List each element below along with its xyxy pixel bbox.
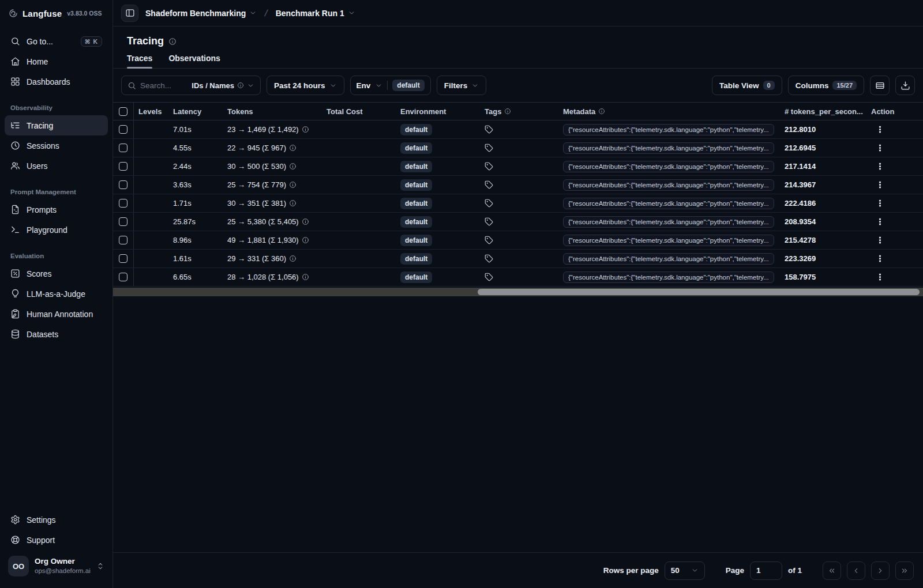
env-filter[interactable]: Env default bbox=[350, 76, 431, 95]
tag-icon[interactable] bbox=[485, 273, 493, 281]
tag-icon[interactable] bbox=[485, 236, 493, 244]
metadata-pill[interactable]: {"resourceAttributes":{"telemetry.sdk.la… bbox=[563, 124, 774, 135]
row-actions-button[interactable] bbox=[876, 217, 884, 226]
info-icon[interactable] bbox=[289, 181, 297, 189]
row-checkbox[interactable] bbox=[119, 273, 127, 281]
scrollbar-thumb[interactable] bbox=[478, 289, 920, 295]
row-checkbox[interactable] bbox=[119, 144, 127, 152]
table-view-button[interactable]: Table View 0 bbox=[712, 76, 782, 95]
user-menu[interactable]: OO Org Owner ops@shadeform.ai bbox=[5, 550, 108, 583]
sidebar-item-tracing[interactable]: Tracing bbox=[5, 115, 108, 135]
table-row[interactable]: 1.71s 30 → 351 (Σ 381) default bbox=[113, 194, 923, 213]
row-checkbox[interactable] bbox=[119, 199, 127, 208]
filters-button[interactable]: Filters bbox=[437, 76, 487, 95]
tag-icon[interactable] bbox=[485, 180, 493, 189]
sidebar-item-goto[interactable]: Go to... ⌘ K bbox=[5, 31, 108, 51]
prev-page-button[interactable] bbox=[847, 561, 865, 580]
rows-per-page-select[interactable]: 50 bbox=[665, 561, 705, 580]
table-row[interactable]: 6.65s 28 → 1,028 (Σ 1,056) default bbox=[113, 268, 923, 287]
table-row[interactable]: 8.96s 49 → 1,881 (Σ 1,930) default bbox=[113, 231, 923, 250]
info-icon[interactable] bbox=[289, 199, 297, 207]
metadata-pill[interactable]: {"resourceAttributes":{"telemetry.sdk.la… bbox=[563, 272, 774, 283]
sidebar-item-human-annotation[interactable]: Human Annotation bbox=[5, 304, 108, 324]
info-icon[interactable] bbox=[289, 163, 297, 170]
row-actions-button[interactable] bbox=[876, 199, 884, 208]
sidebar-item-dashboards[interactable]: Dashboards bbox=[5, 71, 108, 92]
sidebar-item-scores[interactable]: Scores bbox=[5, 263, 108, 284]
tag-icon[interactable] bbox=[485, 254, 493, 263]
col-environment[interactable]: Environment bbox=[396, 107, 480, 116]
info-icon[interactable] bbox=[302, 218, 309, 225]
metadata-pill[interactable]: {"resourceAttributes":{"telemetry.sdk.la… bbox=[563, 253, 774, 265]
col-latency[interactable]: Latency bbox=[168, 107, 223, 116]
metadata-pill[interactable]: {"resourceAttributes":{"telemetry.sdk.la… bbox=[563, 161, 774, 172]
row-checkbox[interactable] bbox=[119, 254, 127, 263]
col-tokens-per-second[interactable]: # tokens_per_secon... bbox=[780, 107, 866, 116]
row-checkbox[interactable] bbox=[119, 162, 127, 171]
sidebar-item-users[interactable]: Users bbox=[5, 156, 108, 176]
table-row[interactable]: 2.44s 30 → 500 (Σ 530) default bbox=[113, 157, 923, 176]
row-checkbox[interactable] bbox=[119, 217, 127, 226]
table-row[interactable]: 3.63s 25 → 754 (Σ 779) default bbox=[113, 176, 923, 194]
sidebar-toggle-button[interactable] bbox=[121, 5, 138, 22]
metadata-pill[interactable]: {"resourceAttributes":{"telemetry.sdk.la… bbox=[563, 235, 774, 246]
row-checkbox[interactable] bbox=[119, 125, 127, 134]
horizontal-scrollbar[interactable] bbox=[113, 288, 923, 296]
sidebar-item-settings[interactable]: Settings bbox=[5, 510, 108, 530]
metadata-pill[interactable]: {"resourceAttributes":{"telemetry.sdk.la… bbox=[563, 216, 774, 228]
tab-observations[interactable]: Observations bbox=[168, 54, 220, 68]
info-icon[interactable] bbox=[302, 126, 309, 133]
metadata-pill[interactable]: {"resourceAttributes":{"telemetry.sdk.la… bbox=[563, 142, 774, 154]
breadcrumb-project[interactable]: Benchmark Run 1 bbox=[276, 9, 355, 18]
sidebar-item-sessions[interactable]: Sessions bbox=[5, 135, 108, 156]
sidebar-item-playground[interactable]: Playground bbox=[5, 220, 108, 240]
tab-traces[interactable]: Traces bbox=[127, 54, 152, 68]
row-checkbox[interactable] bbox=[119, 180, 127, 189]
last-page-button[interactable] bbox=[895, 561, 914, 580]
time-range-button[interactable]: Past 24 hours bbox=[267, 76, 344, 95]
first-page-button[interactable] bbox=[823, 561, 841, 580]
tag-icon[interactable] bbox=[485, 217, 493, 226]
tag-icon[interactable] bbox=[485, 125, 493, 134]
metadata-pill[interactable]: {"resourceAttributes":{"telemetry.sdk.la… bbox=[563, 198, 774, 209]
tag-icon[interactable] bbox=[485, 199, 493, 208]
tag-icon[interactable] bbox=[485, 144, 493, 152]
col-total-cost[interactable]: Total Cost bbox=[322, 107, 396, 116]
row-height-button[interactable] bbox=[870, 76, 890, 95]
row-actions-button[interactable] bbox=[876, 273, 884, 281]
row-actions-button[interactable] bbox=[876, 162, 884, 171]
sidebar-item-datasets[interactable]: Datasets bbox=[5, 324, 108, 344]
row-actions-button[interactable] bbox=[876, 254, 884, 263]
table-row[interactable]: 7.01s 23 → 1,469 (Σ 1,492) default bbox=[113, 120, 923, 139]
row-actions-button[interactable] bbox=[876, 236, 884, 244]
tag-icon[interactable] bbox=[485, 162, 493, 171]
sidebar-item-home[interactable]: Home bbox=[5, 51, 108, 71]
col-metadata[interactable]: Metadata bbox=[558, 107, 780, 116]
next-page-button[interactable] bbox=[871, 561, 890, 580]
info-icon[interactable] bbox=[289, 144, 297, 152]
sidebar-item-prompts[interactable]: Prompts bbox=[5, 199, 108, 220]
search-mode-dropdown[interactable]: IDs / Names bbox=[192, 81, 254, 90]
metadata-pill[interactable]: {"resourceAttributes":{"telemetry.sdk.la… bbox=[563, 179, 774, 191]
row-actions-button[interactable] bbox=[876, 144, 884, 152]
info-icon[interactable] bbox=[302, 273, 309, 281]
table-row[interactable]: 1.61s 29 → 331 (Σ 360) default bbox=[113, 250, 923, 268]
breadcrumb-org[interactable]: Shadeform Benchmarking bbox=[145, 9, 257, 18]
sidebar-item-llm-judge[interactable]: LLM-as-a-Judge bbox=[5, 284, 108, 304]
info-icon[interactable] bbox=[302, 236, 309, 244]
row-actions-button[interactable] bbox=[876, 180, 884, 189]
info-icon[interactable] bbox=[168, 37, 177, 46]
select-all-checkbox[interactable] bbox=[119, 107, 127, 116]
row-actions-button[interactable] bbox=[876, 125, 884, 134]
col-levels[interactable]: Levels bbox=[134, 107, 168, 116]
export-button[interactable] bbox=[895, 76, 915, 95]
columns-button[interactable]: Columns 15/27 bbox=[788, 76, 864, 95]
sidebar-item-support[interactable]: Support bbox=[5, 530, 108, 550]
col-tags[interactable]: Tags bbox=[480, 107, 558, 116]
col-tokens[interactable]: Tokens bbox=[223, 107, 322, 116]
search-input[interactable] bbox=[140, 81, 181, 90]
info-icon[interactable] bbox=[289, 255, 297, 262]
table-row[interactable]: 4.55s 22 → 945 (Σ 967) default bbox=[113, 139, 923, 157]
page-input[interactable] bbox=[750, 561, 782, 580]
row-checkbox[interactable] bbox=[119, 236, 127, 244]
